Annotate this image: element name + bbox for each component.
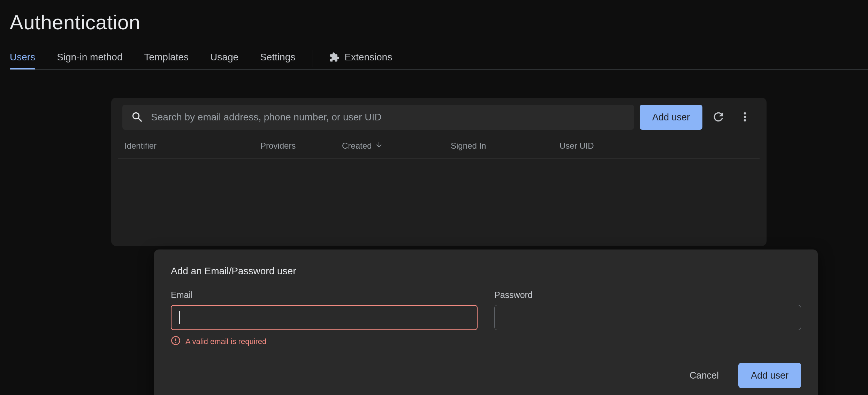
dialog-add-user-button[interactable]: Add user [738,363,801,388]
refresh-icon [711,110,725,125]
password-label: Password [494,290,801,300]
tab-users[interactable]: Users [10,47,35,69]
search-icon [131,111,144,124]
extensions-icon [329,52,340,62]
password-field[interactable] [494,305,801,330]
overflow-menu-button[interactable] [734,107,755,128]
users-panel: Add user Identifier Providers Created [111,98,767,246]
add-user-button[interactable]: Add user [640,105,702,130]
dialog-title: Add an Email/Password user [171,266,801,277]
column-user-uid[interactable]: User UID [559,141,753,151]
email-error-text: A valid email is required [185,337,266,346]
tab-extensions-label: Extensions [344,52,392,62]
tab-divider [312,50,312,67]
refresh-button[interactable] [708,107,729,128]
toolbar: Add user [118,105,760,135]
email-error: A valid email is required [171,336,478,348]
add-user-dialog: Add an Email/Password user Email A valid… [154,249,818,395]
search-box[interactable] [122,105,634,130]
page-title: Authentication [10,10,868,34]
email-group: Email A valid email is required [171,290,478,348]
tab-signin-method[interactable]: Sign-in method [57,47,122,69]
email-field[interactable] [171,305,478,330]
email-label: Email [171,290,478,300]
tab-templates[interactable]: Templates [144,47,189,69]
svg-point-2 [175,342,176,343]
column-created[interactable]: Created [342,141,451,151]
password-group: Password [494,290,801,348]
column-identifier[interactable]: Identifier [124,141,260,151]
tab-extensions[interactable]: Extensions [329,47,392,69]
tab-settings[interactable]: Settings [260,47,295,69]
table-body [118,159,760,246]
column-created-label: Created [342,141,372,151]
error-icon [171,336,181,348]
column-providers[interactable]: Providers [260,141,342,151]
column-signed-in[interactable]: Signed In [451,141,559,151]
table-header: Identifier Providers Created Signed In U… [118,135,760,159]
more-vert-icon [738,110,752,125]
text-caret [179,311,180,324]
tabs-nav: Users Sign-in method Templates Usage Set… [10,47,868,70]
cancel-button[interactable]: Cancel [677,363,731,388]
search-input[interactable] [151,112,626,123]
dialog-actions: Cancel Add user [171,363,801,388]
arrow-down-icon [375,141,383,151]
tab-usage[interactable]: Usage [210,47,238,69]
